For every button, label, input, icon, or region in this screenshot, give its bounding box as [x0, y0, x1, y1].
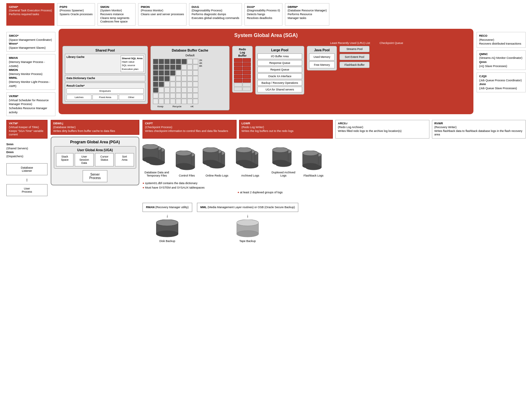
svg-point-58 — [302, 163, 318, 168]
streams-pool: Streams Pool — [339, 46, 370, 52]
archived-logs-group: Archived Logs — [236, 147, 264, 177]
svg-point-50 — [272, 160, 288, 165]
rman-subtitle: (Recovery Manager utility) — [155, 206, 189, 209]
vktm-box: VKTM* (Virtual Keeper of TiMe) Keeps "SG… — [6, 120, 48, 139]
proc-dia0-name: DIA0* — [247, 5, 280, 9]
java-pool-item: Used Memory — [309, 53, 335, 60]
proc-smon-desc: Recovers instance Cleans temp segments C… — [100, 13, 129, 23]
large-pool-title: Large Pool — [257, 48, 302, 52]
rman-area: RMAN (Recovery Manager utility) ↓ Disk B… — [142, 203, 526, 243]
proc-psp0-subtitle: (Process Spawner) — [60, 9, 84, 12]
large-pool-item: UGA for Shared servers — [257, 87, 302, 92]
proc-dia0-subtitle: (Diagnosability Process 0) — [247, 9, 280, 12]
pga-title: Program Global Area (PGA) — [54, 140, 136, 144]
proc-diag-subtitle: (Diagnosability Process) — [192, 9, 222, 12]
proc-dbrm-desc: Performs Resource Manager tasks — [288, 13, 312, 20]
db-data-label: Database Data and Temporary Files — [142, 171, 171, 177]
sga-region: System Global Area (SGA) Least Recently … — [59, 29, 473, 114]
rvwr-box: RVWR (Recovery Writer) Writes flashback … — [432, 120, 526, 139]
reco-box: RECO (Recoverer) Recovers distributed tr… — [477, 32, 526, 48]
user-process-box: UserProcess — [6, 184, 48, 196]
db-data-cylinders — [142, 144, 171, 170]
arc0-box: ARC0.r (Redo Log Archiver) Writes filled… — [335, 120, 429, 139]
proc-smon: SMON (System Monitor) Recovers instance … — [98, 3, 136, 26]
redo-log-buffer: RedoLogBuffer — [232, 46, 253, 93]
note-3: at least 2 duplexed groups of logs — [240, 191, 283, 194]
db-buffer-cache-title: Database Buffer Cache — [153, 48, 227, 52]
uga-title: User Global Area (UGA) — [56, 148, 134, 152]
dbw0-box: DBW0.j (Database Writer) Writes dirty bu… — [51, 120, 139, 135]
recycle-label: Recycle — [173, 105, 181, 108]
svg-point-67 — [237, 220, 259, 226]
large-pool-item: I/O Buffer Area — [257, 53, 302, 59]
snnn-box: Snnn(Shared Servers) Dnnn(Dispatchers) — [6, 142, 48, 158]
proc-diag: DIAG (Diagnosability Process) Performs d… — [189, 3, 242, 26]
control-files-cylinders — [176, 151, 198, 173]
vkrm-box: VKRM* (Virtual Scheduler for Resource Ma… — [6, 92, 55, 116]
mman-box: MMAN (Memory Manager Process - ASMM) MMO… — [6, 54, 55, 90]
buf-size-labels: 2K 4K 8K — [199, 58, 202, 69]
large-pool-item: Oracle XA Interface — [257, 73, 302, 79]
tape-backup-label: Tape Backup — [239, 239, 256, 243]
flashback-logs-cylinders — [302, 151, 325, 173]
lru-chk-row: Least Recently Used (LRU) List Checkpoin… — [62, 41, 470, 45]
large-pool: Large Pool I/O Buffer AreaResponse Queue… — [255, 46, 304, 95]
disk-backup-svg — [156, 220, 178, 239]
disk-backup-label: Disk Backup — [159, 239, 175, 243]
fixed-area-cell: Fixed Area — [92, 95, 117, 100]
database-listener-box: DatabaseListener — [6, 163, 48, 175]
java-pool-items: Used MemoryFree Memory — [309, 53, 335, 68]
streams-sort-flashback-col: Streams Pool Sort Extent Pool Flashback … — [339, 46, 370, 68]
notes-area: ● system01.dbf contains the data diction… — [142, 181, 526, 195]
proc-dbrm-subtitle: (Database Resource Manager) — [288, 9, 327, 12]
svg-point-51 — [272, 147, 288, 152]
proc-pmon-desc: Cleans user and server processes — [141, 13, 184, 16]
proc-psp0-desc: Spawns Oracle processes — [60, 13, 93, 16]
svg-point-18 — [176, 163, 192, 168]
control-files-label: Control Files — [179, 174, 195, 177]
proc-dia0: DIA0* (Diagnosability Process 0) Detects… — [244, 3, 283, 26]
proc-smon-subtitle: (System Monitor) — [100, 9, 122, 12]
control-files-svg — [176, 151, 198, 173]
cursor-status-cell: CursorStatus — [95, 153, 114, 166]
rman-box: RMAN (Recovery Manager utility) — [142, 203, 192, 212]
checkpoint-label: Checkpoint Queue — [379, 41, 403, 45]
proc-gen0-desc: Performs required tasks — [9, 13, 39, 16]
mml-box: MML (Media Management Layer routines) or… — [197, 203, 299, 212]
pga-region: Program Global Area (PGA) User Global Ar… — [51, 137, 139, 185]
proc-pmon-subtitle: (Process Monitor) — [141, 9, 163, 12]
bg-procs-wrap: DBW0.j (Database Writer) Writes dirty bu… — [51, 120, 139, 135]
mml-subtitle: (Media Management Layer routines) or OSB… — [208, 206, 295, 209]
proc-psp0: PSP0 (Process Spawner) Spawns Oracle pro… — [57, 3, 95, 26]
svg-point-30 — [203, 160, 218, 165]
svg-point-11 — [142, 144, 158, 149]
mml-name: MML — [200, 206, 207, 209]
large-pool-item: Response Queue — [257, 60, 302, 66]
rman-name: RMAN — [146, 206, 155, 209]
duplexed-label: Duplexed Archived Logs — [269, 171, 298, 177]
svg-point-31 — [203, 147, 218, 152]
tape-backup-svg — [237, 220, 259, 239]
db-data-group: Database Data and Temporary Files — [142, 144, 171, 177]
duplexed-svg — [272, 147, 294, 170]
cjq0-box: CJQ0 (Job Queue Process Coordinator) Jnn… — [477, 72, 526, 92]
large-pool-items: I/O Buffer AreaResponse QueueRequest Que… — [257, 53, 302, 92]
online-redo-label: Online Redo Logs — [206, 174, 228, 177]
data-dict-cache: Data Dictionary Cache — [65, 75, 145, 81]
control-files-group: Control Files — [176, 151, 198, 177]
proc-dbrm: DBRM* (Database Resource Manager) Perfor… — [285, 3, 329, 26]
flashback-logs-group: Flashback Logs — [302, 151, 325, 177]
proc-dbrm-name: DBRM* — [288, 5, 327, 9]
proc-gen0-subtitle: (General Task Execution Process) — [9, 9, 52, 12]
keep-label: Keep — [157, 105, 163, 108]
java-pool-title: Java Pool — [309, 48, 335, 52]
lru-label: Least Recently Used (LRU) List — [330, 41, 370, 45]
user-session-data-cell: UserSessionData — [75, 153, 94, 166]
svg-point-10 — [142, 157, 158, 162]
large-pool-item: Backup / Recovery Operations — [257, 80, 302, 86]
shared-pool: Shared Pool Shared SQL Area Hash value S… — [62, 46, 148, 104]
online-redo-svg — [203, 147, 231, 173]
shared-sql-area: Shared SQL Area Hash value SQL source Ex… — [121, 55, 144, 72]
library-cache-box: Shared SQL Area Hash value SQL source Ex… — [65, 54, 145, 74]
svg-point-43 — [236, 147, 252, 152]
